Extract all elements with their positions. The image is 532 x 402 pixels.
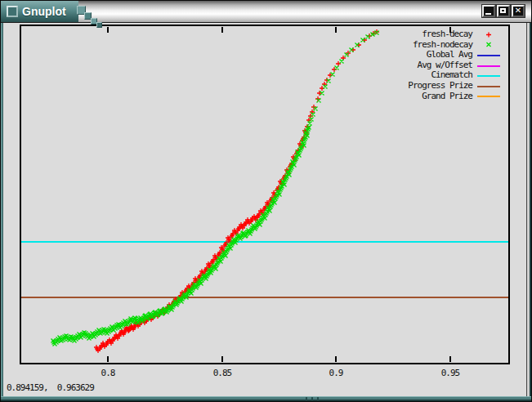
- legend-item: fresh-decay: [349, 29, 501, 40]
- minimize-icon: [485, 13, 491, 15]
- legend-line-swatch: [476, 60, 501, 71]
- legend-line-swatch: [476, 81, 501, 92]
- window-title: Gnuplot: [22, 5, 66, 18]
- legend-item: fresh-nodecay: [349, 40, 501, 51]
- legend-item: Progress Prize: [349, 81, 501, 92]
- legend-line-swatch: [476, 70, 501, 81]
- gnuplot-window: Gnuplot ✕ 0.80.850.90.95 fresh-decayfres…: [0, 0, 532, 402]
- legend-item: Grand Prize: [349, 92, 501, 102]
- close-icon: ✕: [513, 6, 523, 15]
- app-icon: [7, 6, 18, 17]
- legend-item: Avg w/Offset: [349, 60, 501, 71]
- maximize-icon: [500, 8, 506, 13]
- legend-marker-icon: [476, 39, 501, 50]
- legend-label: fresh-decay: [349, 29, 472, 40]
- plot-legend: fresh-decayfresh-nodecayGlobal AvgAvg w/…: [349, 29, 501, 101]
- legend-label: Global Avg: [349, 50, 472, 60]
- x-tick-label: 0.95: [426, 368, 475, 378]
- close-button[interactable]: ✕: [512, 5, 525, 17]
- title-bar[interactable]: Gnuplot ✕: [1, 1, 531, 23]
- x-tick-label: 0.85: [198, 368, 247, 378]
- x-tick-label: 0.8: [83, 368, 132, 378]
- x-tick-label: 0.9: [311, 368, 360, 378]
- minimize-button[interactable]: [482, 5, 495, 17]
- legend-label: Progress Prize: [349, 81, 472, 92]
- legend-line-swatch: [476, 50, 501, 60]
- legend-item: Global Avg: [349, 50, 501, 60]
- maximize-button[interactable]: [497, 5, 510, 17]
- window-controls: ✕: [482, 5, 525, 17]
- legend-label: Grand Prize: [349, 92, 472, 102]
- legend-marker-icon: [476, 29, 501, 40]
- cascade-square-icon: [96, 22, 102, 28]
- cursor-coordinates: 0.894159, 0.963629: [7, 382, 94, 393]
- legend-line-swatch: [476, 91, 501, 101]
- title-badge: Gnuplot: [1, 1, 78, 22]
